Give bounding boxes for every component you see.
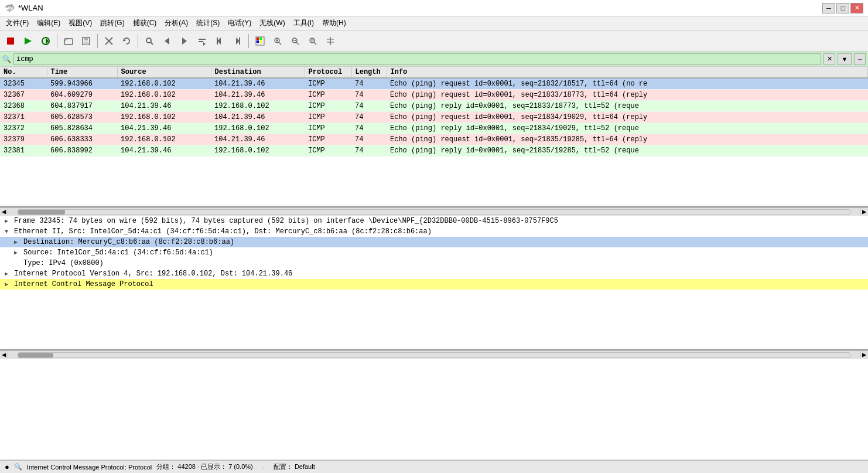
svg-text:R: R (311, 39, 314, 43)
status-right: 分组： 44208 · 已显示： 7 (0.0%) · 配置： Default (156, 462, 315, 471)
svg-rect-24 (259, 38, 262, 40)
close-file-button[interactable] (101, 33, 117, 49)
detail-row-icmp[interactable]: ▶ Internet Control Message Protocol (0, 279, 868, 290)
find-button[interactable] (141, 33, 158, 49)
detail-text-ethernet: Ethernet II, Src: IntelCor_5d:4a:c1 (34:… (14, 227, 432, 236)
stop-capture-button[interactable] (20, 33, 36, 49)
detail-text-ipv4: Internet Protocol Version 4, Src: 192.16… (14, 270, 292, 278)
colorize-button[interactable] (252, 33, 268, 49)
start-capture-button[interactable] (2, 33, 19, 49)
svg-marker-1 (25, 38, 32, 45)
detail-row-ethernet[interactable]: ▼ Ethernet II, Src: IntelCor_5d:4a:c1 (3… (0, 226, 868, 237)
detail-hscrollbar[interactable]: ◀ ▶ (0, 351, 868, 359)
svg-rect-15 (199, 39, 206, 40)
menu-stats[interactable]: 统计(S) (193, 17, 223, 29)
packet-table-body: 32345599.943966192.168.0.102104.21.39.46… (0, 78, 868, 156)
menu-view[interactable]: 视图(V) (65, 17, 95, 29)
detail-text-icmp: Internet Control Message Protocol (14, 280, 153, 288)
separator-1 (57, 34, 57, 48)
col-header-dest[interactable]: Destination (211, 67, 305, 78)
detail-row-source[interactable]: ▶ Source: IntelCor_5d:4a:c1 (34:cf:f6:5d… (0, 247, 868, 258)
menu-tools[interactable]: 工具(I) (290, 17, 317, 29)
separator-2 (97, 34, 98, 48)
packet-table-header: No. Time Source Destination Protocol Len… (0, 67, 868, 78)
go-forward-button[interactable] (176, 33, 193, 49)
col-header-length[interactable]: Length (351, 67, 387, 78)
filter-clear-button[interactable]: ✕ (823, 53, 835, 65)
status-icon: ● (5, 462, 9, 471)
col-header-source[interactable]: Source (117, 67, 211, 78)
detail-hscroll-thumb[interactable] (18, 353, 53, 358)
table-row[interactable]: 32371605.628573192.168.0.102104.21.39.46… (0, 112, 868, 123)
packet-list-hscrollbar[interactable]: ◀ ▶ (0, 207, 868, 216)
menu-phone[interactable]: 电话(Y) (224, 17, 255, 29)
hscroll-track[interactable] (18, 209, 850, 215)
col-header-time[interactable]: Time (47, 67, 117, 78)
svg-rect-23 (257, 38, 259, 40)
filter-bookmark-button[interactable]: ▼ (838, 53, 852, 65)
menu-capture[interactable]: 捕获(C) (129, 17, 160, 29)
detail-row-ipv4[interactable]: ▶ Internet Protocol Version 4, Src: 192.… (0, 268, 868, 279)
menu-analyze[interactable]: 分析(A) (161, 17, 192, 29)
filter-arrow-button[interactable]: → (854, 53, 866, 65)
svg-line-35 (314, 42, 316, 45)
detail-row-type[interactable]: Type: IPv4 (0x0800) (0, 258, 868, 268)
resize-cols-button[interactable] (322, 33, 339, 49)
detail-row-frame[interactable]: ▶ Frame 32345: 74 bytes on wire (592 bit… (0, 216, 868, 226)
go-first-button[interactable] (211, 33, 228, 49)
table-row[interactable]: 32367604.609279192.168.0.102104.21.39.46… (0, 90, 868, 101)
detail-hscroll-left-btn[interactable]: ◀ (0, 351, 8, 359)
title-bar: 🦈 *WLAN ─ □ ✕ (0, 0, 868, 16)
status-bar: ● 🔍 Internet Control Message Protocol: P… (0, 460, 868, 473)
hex-area[interactable] (0, 359, 868, 460)
go-last-button[interactable] (229, 33, 245, 49)
hscroll-left-btn[interactable]: ◀ (0, 208, 8, 216)
svg-marker-13 (165, 38, 169, 45)
svg-rect-25 (257, 40, 259, 43)
svg-point-11 (146, 38, 151, 43)
expand-icon-icmp: ▶ (5, 281, 12, 288)
packet-table: No. Time Source Destination Protocol Len… (0, 67, 868, 156)
filter-input[interactable] (13, 53, 821, 65)
detail-hscroll-right-btn[interactable]: ▶ (860, 351, 868, 359)
table-row[interactable]: 32372605.828634104.21.39.46192.168.0.102… (0, 123, 868, 134)
packet-list-container[interactable]: No. Time Source Destination Protocol Len… (0, 67, 868, 207)
menu-bar: 文件(F) 编辑(E) 视图(V) 跳转(G) 捕获(C) 分析(A) 统计(S… (0, 16, 868, 30)
reload-button[interactable] (118, 33, 135, 49)
detail-text-frame: Frame 32345: 74 bytes on wire (592 bits)… (14, 217, 558, 225)
svg-marker-10 (124, 39, 126, 42)
zoom-out-button[interactable] (287, 33, 303, 49)
menu-file[interactable]: 文件(F) (2, 17, 32, 29)
detail-hscroll-track[interactable] (18, 352, 850, 358)
svg-rect-7 (84, 42, 88, 45)
close-button[interactable]: ✕ (850, 3, 863, 13)
detail-row-destination[interactable]: ▶ Destination: MercuryC_c8:b6:aa (8c:f2:… (0, 237, 868, 247)
col-header-no[interactable]: No. (0, 67, 47, 78)
expand-icon-source: ▶ (14, 249, 21, 256)
open-button[interactable] (60, 33, 77, 49)
minimize-button[interactable]: ─ (822, 3, 835, 13)
hscroll-thumb[interactable] (18, 210, 65, 215)
table-row[interactable]: 32379606.638333192.168.0.102104.21.39.46… (0, 134, 868, 145)
menu-help[interactable]: 帮助(H) (319, 17, 350, 29)
menu-wireless[interactable]: 无线(W) (256, 17, 288, 29)
maximize-button[interactable]: □ (836, 3, 849, 13)
zoom-in-button[interactable] (269, 33, 286, 49)
packet-detail[interactable]: ▶ Frame 32345: 74 bytes on wire (592 bit… (0, 216, 868, 351)
zoom-reset-button[interactable]: R (305, 33, 321, 49)
table-row[interactable]: 32381606.838992104.21.39.46192.168.0.102… (0, 145, 868, 156)
table-row[interactable]: 32368604.837917104.21.39.46192.168.0.102… (0, 101, 868, 112)
hscroll-right-btn[interactable]: ▶ (860, 208, 868, 216)
goto-packet-button[interactable] (194, 33, 210, 49)
save-button[interactable] (78, 33, 94, 49)
menu-jump[interactable]: 跳转(G) (97, 17, 128, 29)
detail-text-type: Type: IPv4 (0x0800) (23, 259, 104, 267)
expand-icon-ethernet: ▼ (5, 229, 12, 235)
menu-edit[interactable]: 编辑(E) (33, 17, 64, 29)
col-header-protocol[interactable]: Protocol (305, 67, 351, 78)
go-back-button[interactable] (159, 33, 175, 49)
restart-capture-button[interactable] (37, 33, 54, 49)
svg-rect-0 (7, 38, 14, 45)
col-header-info[interactable]: Info (387, 67, 868, 78)
table-row[interactable]: 32345599.943966192.168.0.102104.21.39.46… (0, 78, 868, 90)
